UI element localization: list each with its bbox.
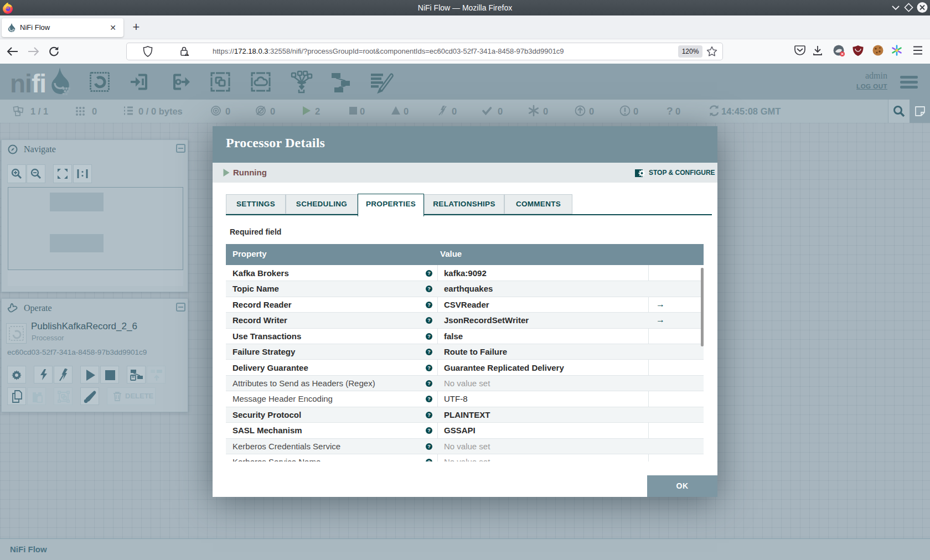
svg-text:?: ? [666, 105, 673, 117]
svg-text:!: ! [187, 53, 188, 56]
